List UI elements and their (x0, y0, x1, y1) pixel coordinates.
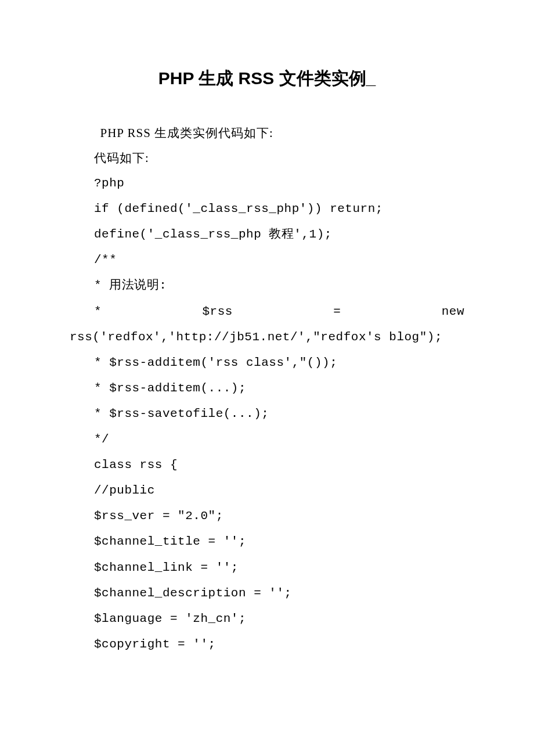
code-line: /** (70, 247, 464, 273)
code-token: new (442, 299, 464, 325)
page-title: PHP 生成 RSS 文件类实例_ (70, 67, 464, 91)
code-label: 代码如下: (70, 145, 464, 171)
code-line: * $rss-savetofile(...); (70, 401, 464, 427)
code-line: //public (70, 478, 464, 503)
document-page: PHP 生成 RSS 文件类实例_ PHP RSS 生成类实例代码如下: 代码如… (0, 0, 534, 692)
code-line: ?php (70, 171, 464, 196)
code-token: $rss (202, 299, 232, 325)
code-line: $rss_ver = "2.0"; (70, 503, 464, 529)
code-token: * (94, 299, 102, 325)
code-line: if (defined('_class_rss_php')) return; (70, 196, 464, 222)
intro-text: PHP RSS 生成类实例代码如下: (70, 121, 464, 145)
code-line: * 用法说明: (70, 273, 464, 298)
code-line: define('_class_rss_php 教程',1); (70, 222, 464, 247)
code-line: class rss { (70, 452, 464, 478)
code-line: * $rss-additem(...); (70, 376, 464, 401)
code-line: * $rss-additem('rss class',"()); (70, 350, 464, 376)
code-line-justified: * $rss = new (70, 299, 464, 325)
code-line: rss('redfox','http://jb51.net/',"redfox'… (70, 325, 464, 350)
code-line: $channel_description = ''; (70, 581, 464, 606)
code-line: $channel_title = ''; (70, 529, 464, 555)
code-line: $copyright = ''; (70, 632, 464, 657)
code-token: = (333, 299, 341, 325)
code-line: $language = 'zh_cn'; (70, 606, 464, 632)
code-line: */ (70, 427, 464, 452)
code-line: $channel_link = ''; (70, 555, 464, 581)
